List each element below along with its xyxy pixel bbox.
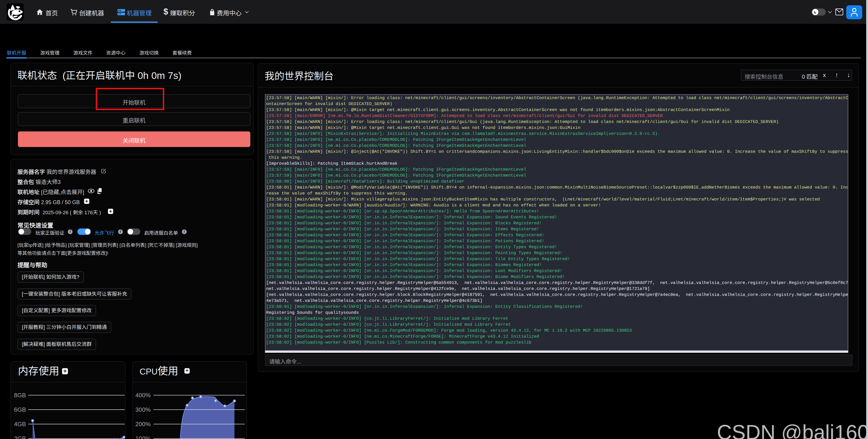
svg-text:4GB: 4GB <box>14 420 26 428</box>
svg-text:6GB: 6GB <box>14 406 26 413</box>
svg-text:2GB: 2GB <box>14 435 26 439</box>
svg-text:300%: 300% <box>135 406 151 413</box>
svg-text:200%: 200% <box>135 420 151 428</box>
svg-text:8GB: 8GB <box>14 392 26 399</box>
svg-text:100%: 100% <box>135 435 151 439</box>
svg-text:400%: 400% <box>135 392 151 399</box>
